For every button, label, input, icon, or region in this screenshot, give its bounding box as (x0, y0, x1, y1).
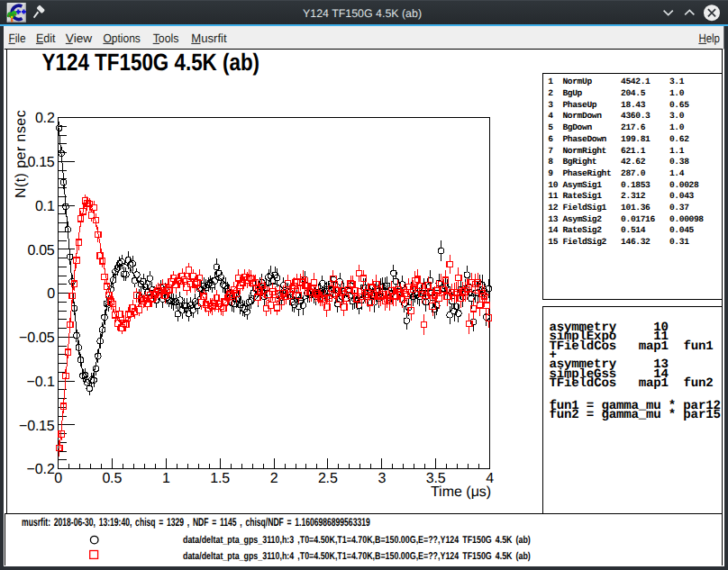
svg-text:2 BgUp 204.5 1.0: 2 BgUp 204.5 1.0 (548, 88, 684, 98)
svg-text:musrfit: 2018-06-30, 13:19:40,: musrfit: 2018-06-30, 13:19:40, chisq = 1… (22, 516, 370, 529)
svg-text:0.5: 0.5 (102, 471, 122, 486)
svg-text:0.15: 0.15 (27, 155, 54, 170)
svg-text:data/deltat_pta_gps_3110,h:4 ,: data/deltat_pta_gps_3110,h:4 ,T0=4.50K,T… (183, 551, 531, 562)
svg-text:data/deltat_pta_gps_3110,h:3 ,: data/deltat_pta_gps_3110,h:3 ,T0=4.50K,T… (183, 535, 531, 546)
svg-text:8 BgRight 42.62 0.38: 8 BgRight 42.62 0.38 (548, 157, 689, 167)
svg-text:N(t) per nsec: N(t) per nsec (14, 110, 29, 198)
svg-text:File: File (9, 32, 26, 45)
svg-text:5 BgDown 217.6 1.0: 5 BgDown 217.6 1.0 (548, 122, 684, 132)
svg-text:TFieldCos map1 fun1: TFieldCos map1 fun1 (550, 339, 714, 354)
svg-text:2.5: 2.5 (318, 471, 338, 486)
svg-text:Tools: Tools (153, 32, 179, 45)
svg-text:1: 1 (162, 471, 170, 486)
svg-text:7 NormRight 621.1 1.1: 7 NormRight 621.1 1.1 (548, 146, 684, 156)
svg-text:12 FieldSig1 101.36 0.37: 12 FieldSig1 101.36 0.37 (548, 203, 689, 213)
svg-text:13 AsymSig2 0.01716 0.000: 13 AsymSig2 0.01716 0.00098 (548, 214, 704, 224)
svg-text:11 RateSig1 2.312 0.043: 11 RateSig1 2.312 0.043 (548, 191, 694, 201)
svg-text:Options: Options (103, 32, 141, 45)
svg-text:6 PhaseDown 199.81 0.62: 6 PhaseDown 199.81 0.62 (548, 134, 689, 144)
svg-text:Edit: Edit (36, 32, 56, 45)
svg-text:Y124 TF150G 4.5K (ab): Y124 TF150G 4.5K (ab) (42, 49, 259, 76)
svg-text:2: 2 (270, 471, 278, 486)
svg-text:−0.2: −0.2 (27, 462, 55, 477)
svg-text:−0.05: −0.05 (19, 330, 55, 346)
svg-text:TFieldCos map1 fun2: TFieldCos map1 fun2 (550, 376, 714, 391)
svg-text:0: 0 (47, 286, 55, 302)
svg-text:1 NormUp 4542.1 3.1: 1 NormUp 4542.1 3.1 (548, 77, 684, 86)
svg-text:−0.15: −0.15 (19, 419, 55, 434)
svg-text:3 PhaseUp 18.43 0.65: 3 PhaseUp 18.43 0.65 (548, 100, 689, 110)
svg-text:Musrfit: Musrfit (191, 32, 227, 45)
svg-text:View: View (66, 32, 93, 45)
svg-text:0.05: 0.05 (27, 243, 54, 258)
svg-text:3: 3 (378, 471, 387, 486)
svg-text:−0.1: −0.1 (27, 375, 55, 390)
svg-text:0.2: 0.2 (35, 111, 55, 126)
svg-text:0: 0 (54, 471, 62, 486)
svg-text:10 AsymSig1 0.1853 0.002: 10 AsymSig1 0.1853 0.0028 (548, 180, 699, 190)
svg-text:Help: Help (698, 32, 720, 45)
svg-text:4 NormDown 4360.3 3.0: 4 NormDown 4360.3 3.0 (548, 111, 684, 121)
svg-text:Time (μs): Time (μs) (431, 484, 491, 500)
svg-text:14 RateSig2 0.514 0.045: 14 RateSig2 0.514 0.045 (548, 225, 694, 235)
svg-text:0.1: 0.1 (35, 199, 55, 214)
svg-text:15 FieldSig2 146.32 0.31: 15 FieldSig2 146.32 0.31 (548, 237, 689, 247)
svg-text:9 PhaseRight 287.0 1.4: 9 PhaseRight 287.0 1.4 (548, 168, 684, 178)
svg-text:fun2 = gamma_mu * par15: fun2 = gamma_mu * par15 (550, 408, 721, 422)
svg-text:Y124 TF150G 4.5K (ab): Y124 TF150G 4.5K (ab) (303, 7, 422, 20)
svg-text:1.5: 1.5 (210, 471, 230, 486)
